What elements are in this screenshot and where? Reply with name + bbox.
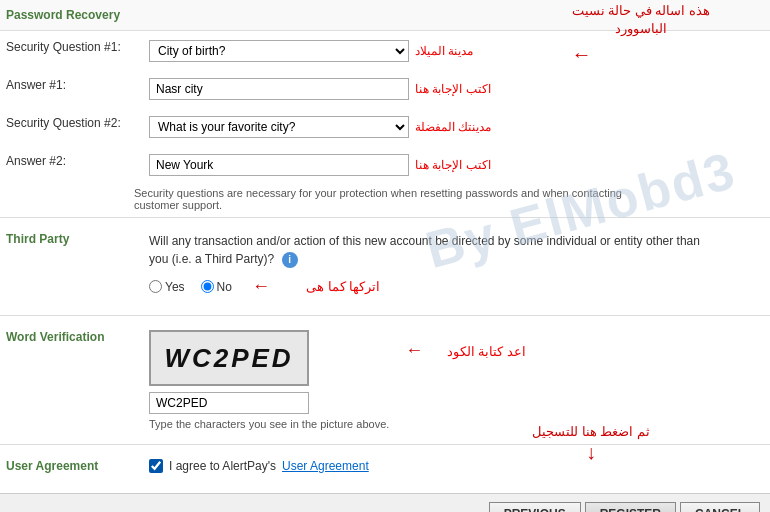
captcha-input[interactable] xyxy=(149,392,309,414)
no-radio[interactable] xyxy=(201,280,214,293)
word-verification-content: WC2PED Type the characters you see in th… xyxy=(145,326,770,434)
top-arabic-annotation: هذه اساله في حالة نسيت الباسوورد ← xyxy=(572,2,710,68)
register-annotation: ثم اضغط هنا للتسجيل ↓ xyxy=(532,424,650,464)
q1-arabic-hint: مدينة الميلاد xyxy=(415,44,473,58)
reenter-code-annotation: اعد كتابة الكود xyxy=(447,344,526,359)
q1-label: Security Question #1: xyxy=(0,36,145,66)
register-button[interactable]: REGISTER xyxy=(585,502,676,512)
security-note: Security questions are necessary for you… xyxy=(134,187,634,211)
a1-field-area: اكتب الإجابة هنا xyxy=(145,74,770,104)
agreement-checkbox[interactable] xyxy=(149,459,163,473)
password-recovery-header: Password Recovery xyxy=(0,4,145,26)
a2-label: Answer #2: xyxy=(0,150,145,180)
a1-label: Answer #1: xyxy=(0,74,145,104)
user-agreement-content: I agree to AlertPay's User Agreement xyxy=(145,455,770,483)
answer-2-input[interactable] xyxy=(149,154,409,176)
a1-arabic-hint: اكتب الإجابة هنا xyxy=(415,82,491,96)
cancel-button[interactable]: CANCEL xyxy=(680,502,760,512)
user-agreement-label: User Agreement xyxy=(0,455,145,483)
a2-field-area: اكتب الإجابة هنا xyxy=(145,150,770,180)
q2-arabic-hint: مدينتك المفضلة xyxy=(415,120,491,134)
previous-button[interactable]: PREVIOUS xyxy=(489,502,581,512)
yes-radio[interactable] xyxy=(149,280,162,293)
third-party-content: Will any transaction and/or action of th… xyxy=(145,228,770,305)
no-label: No xyxy=(217,280,232,294)
bottom-bar: PREVIOUS REGISTER CANCEL xyxy=(0,493,770,512)
third-party-question: Will any transaction and/or action of th… xyxy=(149,232,709,268)
security-question-2-select[interactable]: What is your favorite city? What is your… xyxy=(149,116,409,138)
captcha-display: WC2PED xyxy=(164,343,293,374)
answer-1-input[interactable] xyxy=(149,78,409,100)
info-icon[interactable]: i xyxy=(282,252,298,268)
agreement-row: I agree to AlertPay's User Agreement xyxy=(149,459,762,473)
word-verification-label: Word Verification xyxy=(0,326,145,434)
third-party-radio-group: Yes No ← اتركها كما هى xyxy=(149,276,762,297)
captcha-image: WC2PED xyxy=(149,330,309,386)
yes-option[interactable]: Yes xyxy=(149,280,185,294)
yes-label: Yes xyxy=(165,280,185,294)
captcha-note: Type the characters you see in the pictu… xyxy=(149,418,389,430)
no-option[interactable]: No xyxy=(201,280,232,294)
agreement-link[interactable]: User Agreement xyxy=(282,459,369,473)
leave-as-is-annotation: اتركها كما هى xyxy=(306,279,380,294)
page-wrapper: By ElMobd3 هذه اساله في حالة نسيت الباسو… xyxy=(0,0,770,512)
security-question-1-select[interactable]: City of birth? What is your mother's mai… xyxy=(149,40,409,62)
no-arrow: ← xyxy=(252,276,270,297)
a2-arabic-hint: اكتب الإجابة هنا xyxy=(415,158,491,172)
q2-label: Security Question #2: xyxy=(0,112,145,142)
captcha-arrow: ← xyxy=(405,340,423,360)
q2-field-area: What is your favorite city? What is your… xyxy=(145,112,770,142)
third-party-label: Third Party xyxy=(0,228,145,305)
agreement-text-before: I agree to AlertPay's xyxy=(169,459,276,473)
